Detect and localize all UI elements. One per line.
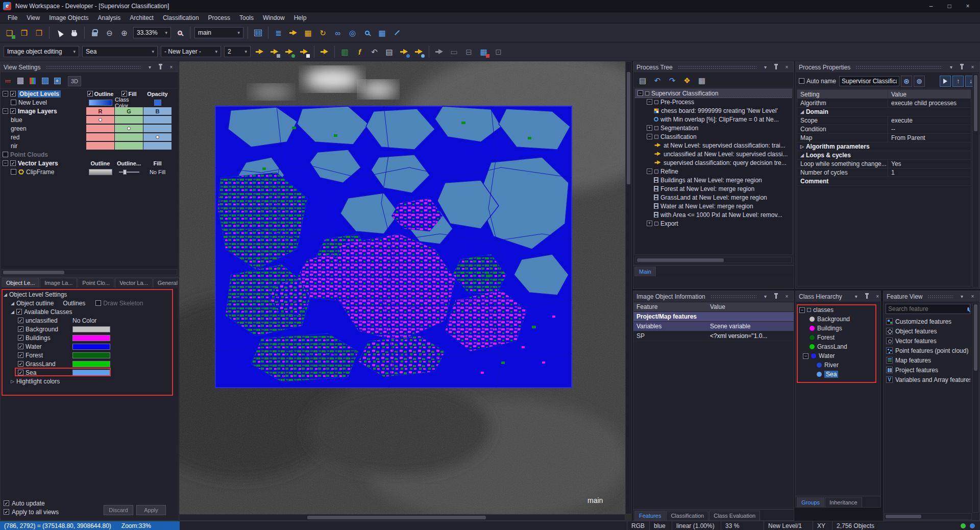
maximize-icon[interactable]: □ bbox=[940, 0, 959, 12]
menu-tools[interactable]: Tools bbox=[235, 12, 258, 23]
process-properties-vscrollbar[interactable] bbox=[972, 74, 979, 287]
tree-row-point-clouds[interactable]: Point Clouds bbox=[1, 150, 178, 159]
process-node-chessboard[interactable]: chess board: 9999999 creating 'New Level… bbox=[635, 106, 792, 115]
sample-selection-icon[interactable] bbox=[412, 45, 426, 59]
menu-window[interactable]: Window bbox=[258, 12, 289, 23]
ioi-sp-row[interactable]: SP <?xml version="1.0... bbox=[633, 331, 794, 341]
tab-inheritance[interactable]: Inheritance bbox=[825, 497, 862, 507]
process-node-train[interactable]: at New Level: supervised classification:… bbox=[635, 141, 792, 150]
pp-row-condition[interactable]: Condition -- bbox=[797, 125, 971, 134]
measure-icon[interactable] bbox=[390, 26, 404, 40]
zoom-area-icon[interactable] bbox=[173, 26, 187, 40]
chevron-down-icon[interactable]: ▾ bbox=[958, 293, 966, 300]
channel-radio[interactable] bbox=[127, 127, 131, 130]
ioi-variables-row[interactable]: Variables Scene variable bbox=[633, 322, 794, 331]
available-classes-checkbox[interactable]: ✓ bbox=[16, 309, 22, 315]
channel-radio[interactable] bbox=[156, 135, 159, 139]
opacity-swatch[interactable] bbox=[154, 100, 161, 106]
process-node-export[interactable]: + Export bbox=[635, 219, 792, 228]
tab-point-clouds[interactable]: Point Clo... bbox=[78, 278, 114, 287]
pp-row-loop-while[interactable]: Loop while something change... Yes bbox=[797, 160, 971, 168]
pin-icon[interactable] bbox=[772, 293, 780, 300]
process-node-classification[interactable]: − Classification bbox=[635, 132, 792, 141]
toggle-view-icon[interactable]: ↻ bbox=[316, 26, 330, 40]
split-view-icon[interactable] bbox=[251, 26, 265, 40]
edit-mode-select[interactable]: Image object editing▾ bbox=[4, 46, 79, 57]
redo-icon[interactable]: ↷ bbox=[666, 75, 678, 87]
pin-icon[interactable] bbox=[958, 63, 966, 71]
class-node-buildings[interactable]: Buildings bbox=[797, 324, 879, 333]
class-checkbox[interactable]: ✓ bbox=[18, 326, 23, 332]
feature-group-map[interactable]: Map features bbox=[885, 355, 970, 365]
chevron-down-icon[interactable]: ▾ bbox=[762, 63, 769, 71]
assign-class-icon[interactable] bbox=[253, 45, 266, 59]
menu-file[interactable]: File bbox=[3, 12, 22, 23]
close-icon[interactable]: × bbox=[969, 293, 976, 300]
process-node-query[interactable]: supervised classification: query decisio… bbox=[635, 158, 792, 167]
update-samples-icon[interactable]: ↶ bbox=[368, 45, 381, 59]
pp-row-comment[interactable]: Comment bbox=[797, 177, 971, 186]
status-opacity[interactable]: 33 % bbox=[721, 521, 743, 530]
navigate-map-icon[interactable]: ◎ bbox=[346, 26, 359, 40]
feature-group-object[interactable]: Object features bbox=[885, 326, 970, 336]
class-node-water[interactable]: − Water bbox=[797, 351, 879, 360]
chevron-down-icon[interactable]: ▾ bbox=[146, 63, 154, 71]
add-layer-icon[interactable]: + bbox=[52, 76, 63, 87]
feature-view-hscrollbar[interactable] bbox=[884, 513, 972, 520]
gear-icon[interactable]: ⊛ bbox=[901, 76, 912, 87]
view-settings-icon[interactable]: ≣ bbox=[272, 26, 285, 40]
feature-group-customized[interactable]: Customized features bbox=[885, 317, 970, 326]
apply-all-checkbox[interactable]: ✓ bbox=[4, 509, 9, 515]
tab-main[interactable]: Main bbox=[634, 267, 656, 276]
map-hscrollbar[interactable] bbox=[179, 514, 625, 521]
feature-group-vector[interactable]: Vector features bbox=[885, 336, 970, 346]
channel-radio[interactable] bbox=[99, 118, 102, 122]
image-layer-mixing-icon[interactable]: ▦ bbox=[477, 45, 491, 59]
process-node-remove-area[interactable]: with Area <= 1000 Pxl at New Level: remo… bbox=[635, 210, 792, 219]
tree-row-layer-green[interactable]: green bbox=[1, 124, 178, 133]
status-layer[interactable]: blue bbox=[649, 521, 670, 530]
process-node-merge-forest[interactable]: Forest at New Level: merge region bbox=[635, 184, 792, 193]
class-checkbox[interactable]: ✓ bbox=[18, 335, 23, 341]
process-node-merge-water[interactable]: Water at New Level: merge region bbox=[635, 202, 792, 210]
apply-button[interactable]: Apply bbox=[136, 505, 166, 515]
feature-view-vscrollbar[interactable] bbox=[972, 303, 979, 513]
tab-class-evaluation[interactable]: Class Evaluation bbox=[709, 511, 760, 520]
view-settings-hscrollbar[interactable] bbox=[2, 269, 177, 275]
auto-update-checkbox[interactable]: ✓ bbox=[4, 500, 9, 506]
mix-layer-icon[interactable] bbox=[39, 76, 51, 87]
pp-row-map[interactable]: Map From Parent bbox=[797, 134, 971, 142]
outline-color-swatch[interactable] bbox=[89, 100, 112, 106]
tree-row-image-layers[interactable]: − ✓ Image Layers R G B bbox=[1, 107, 178, 115]
draw-skeleton-checkbox[interactable] bbox=[95, 300, 101, 306]
pp-row-domain[interactable]: ◢Domain bbox=[797, 108, 971, 116]
class-node-background[interactable]: Background bbox=[797, 315, 879, 324]
class-node-sea[interactable]: Sea bbox=[797, 370, 879, 379]
new-level-checkbox[interactable] bbox=[11, 100, 16, 105]
feature-search-input[interactable] bbox=[888, 305, 967, 312]
zoom-level-select[interactable]: 33.33%▾ bbox=[133, 27, 171, 38]
chevron-down-icon[interactable]: ▾ bbox=[852, 293, 860, 300]
chevron-down-icon[interactable]: ▾ bbox=[947, 63, 955, 71]
pp-row-algorithm-parameters[interactable]: ▷Algorithm parameters bbox=[797, 142, 971, 151]
object-levels-checkbox[interactable]: ✓ bbox=[10, 91, 16, 97]
magnifier-window-icon[interactable] bbox=[360, 26, 374, 40]
menu-view[interactable]: View bbox=[22, 12, 44, 23]
class-row-sea[interactable]: ✓ Sea bbox=[1, 368, 178, 377]
class-row-unclassified[interactable]: ✓ unclassified No Color bbox=[1, 316, 178, 325]
process-node-root[interactable]: − Supervisor Classification bbox=[635, 89, 792, 98]
class-node-grassland[interactable]: GrassLand bbox=[797, 342, 879, 351]
tree-row-vector-layers[interactable]: − ✓ Vector Layers Outline Outline... Fil… bbox=[1, 159, 178, 167]
sample-brush-icon[interactable] bbox=[297, 45, 311, 59]
menu-image-objects[interactable]: Image Objects bbox=[44, 12, 93, 23]
close-icon[interactable]: × bbox=[874, 293, 881, 300]
layer-select[interactable]: - New Layer -▾ bbox=[161, 46, 221, 57]
class-row-buildings[interactable]: ✓ Buildings bbox=[1, 333, 178, 342]
status-stretch[interactable]: linear (1.00%) bbox=[672, 521, 719, 530]
save-workspace-icon[interactable]: ❒ bbox=[32, 26, 46, 40]
auto-name-checkbox[interactable] bbox=[799, 78, 804, 84]
classify-objects-icon[interactable] bbox=[267, 45, 281, 59]
tab-image-layers[interactable]: Image La... bbox=[40, 278, 77, 287]
tree-row-layer-blue[interactable]: blue bbox=[1, 115, 178, 124]
outline-width-slider[interactable] bbox=[115, 168, 143, 176]
